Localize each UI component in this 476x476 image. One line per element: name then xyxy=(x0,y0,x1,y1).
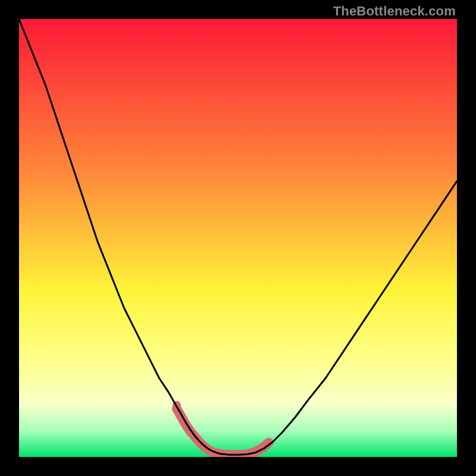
chart-frame: TheBottleneck.com xyxy=(0,0,476,476)
watermark-text: TheBottleneck.com xyxy=(333,4,456,19)
bottleneck-chart xyxy=(19,19,457,457)
gradient-background xyxy=(19,19,457,457)
plot-area xyxy=(19,19,457,457)
